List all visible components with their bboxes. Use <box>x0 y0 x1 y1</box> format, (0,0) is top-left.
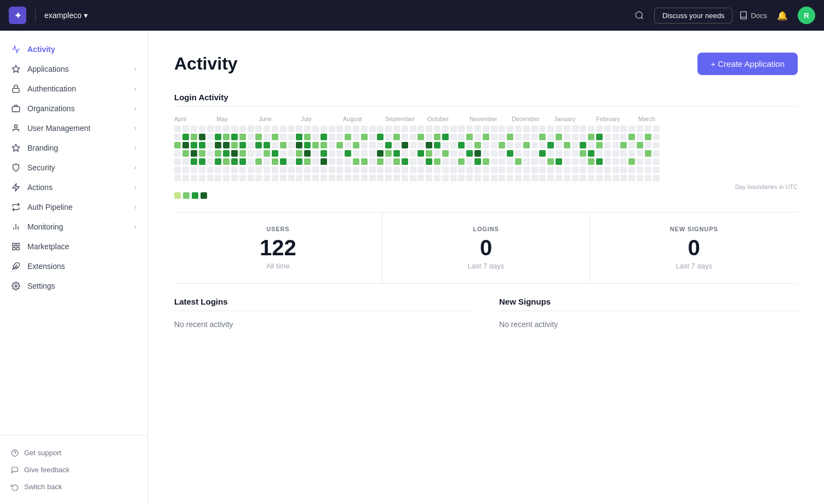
svg-point-0 <box>636 12 642 19</box>
svg-point-4 <box>14 125 17 128</box>
heatmap-container: AprilMayJuneJulyAugustSeptemberOctoberNo… <box>174 116 798 199</box>
svg-marker-1 <box>12 65 19 72</box>
svg-marker-5 <box>13 184 19 191</box>
sidebar-item-extensions[interactable]: Extensions <box>0 256 147 276</box>
discuss-label: Discuss your needs <box>662 12 724 20</box>
sidebar-label-monitoring: Monitoring <box>27 222 128 231</box>
avatar-letter: R <box>804 12 809 20</box>
branding-icon <box>11 143 21 153</box>
settings-icon <box>11 281 21 291</box>
logo[interactable]: ✦ <box>9 7 26 24</box>
org-chevron: ▾ <box>84 11 88 20</box>
sidebar-nav: Activity Applications › Au <box>0 31 147 435</box>
users-label: USERS <box>183 226 373 232</box>
support-icon <box>11 449 19 457</box>
login-activity-title: Login Activity <box>174 93 798 107</box>
notifications-button[interactable]: 🔔 <box>774 7 791 24</box>
sidebar-item-monitoring[interactable]: Monitoring › <box>0 217 147 237</box>
legend-cell-3 <box>192 192 198 199</box>
user-management-icon <box>11 123 21 133</box>
auth-pipeline-icon <box>11 202 21 212</box>
app-layout: Activity Applications › Au <box>0 31 824 504</box>
sidebar-label-extensions: Extensions <box>27 262 136 271</box>
activity-icon <box>11 44 21 54</box>
heatmap-grid: AprilMayJuneJulyAugustSeptemberOctoberNo… <box>174 116 798 181</box>
get-support-label: Get support <box>24 449 61 457</box>
applications-chevron: › <box>134 65 136 73</box>
search-button[interactable] <box>631 7 648 24</box>
docs-button[interactable]: Docs <box>739 11 767 20</box>
sidebar-footer: Get support Give feedback Switch back <box>0 435 147 504</box>
org-name: exampleco <box>44 11 82 20</box>
sidebar-label-settings: Settings <box>27 282 136 290</box>
switch-back-item[interactable]: Switch back <box>0 478 147 495</box>
sidebar-label-auth-pipeline: Auth Pipeline <box>27 203 128 211</box>
extensions-icon <box>11 261 21 271</box>
sidebar: Activity Applications › Au <box>0 31 148 504</box>
logins-label: LOGINS <box>391 226 581 232</box>
svg-rect-9 <box>13 243 15 246</box>
sidebar-item-security[interactable]: Security › <box>0 158 147 177</box>
discuss-button[interactable]: Discuss your needs <box>654 8 733 24</box>
actions-chevron: › <box>134 184 136 191</box>
user-avatar[interactable]: R <box>798 7 815 24</box>
switch-icon <box>11 483 19 491</box>
get-support-item[interactable]: Get support <box>0 444 147 461</box>
create-application-button[interactable]: + Create Application <box>697 53 798 75</box>
new-signups-title: New Signups <box>499 297 798 311</box>
stats-row: USERS 122 All time LOGINS 0 Last 7 days … <box>174 212 798 284</box>
docs-label: Docs <box>751 12 767 20</box>
sidebar-item-organizations[interactable]: Organizations › <box>0 99 147 118</box>
sidebar-item-activity[interactable]: Activity <box>0 39 147 59</box>
sidebar-item-branding[interactable]: Branding › <box>0 138 147 158</box>
login-activity-section: Login Activity AprilMayJuneJulyAugustSep… <box>174 93 798 199</box>
legend-cell-4 <box>201 192 207 199</box>
svg-rect-12 <box>13 247 15 250</box>
give-feedback-item[interactable]: Give feedback <box>0 461 147 478</box>
stat-logins: LOGINS 0 Last 7 days <box>382 213 591 283</box>
sidebar-label-authentication: Authentication <box>27 84 128 93</box>
svg-rect-3 <box>12 107 19 112</box>
authentication-icon <box>11 84 21 94</box>
monitoring-icon <box>11 222 21 232</box>
create-button-label: + Create Application <box>711 59 785 68</box>
new-signups-section: New Signups No recent activity <box>499 297 798 329</box>
sidebar-item-actions[interactable]: Actions › <box>0 177 147 197</box>
page-header: Activity + Create Application <box>174 53 798 75</box>
security-chevron: › <box>134 164 136 171</box>
sidebar-item-settings[interactable]: Settings <box>0 276 147 296</box>
sidebar-item-authentication[interactable]: Authentication › <box>0 79 147 99</box>
users-sub: All time <box>183 262 373 270</box>
give-feedback-label: Give feedback <box>24 466 70 474</box>
logins-value: 0 <box>391 237 581 259</box>
legend-cell-1 <box>174 192 181 199</box>
svg-point-15 <box>15 285 17 287</box>
legend-cell-2 <box>183 192 190 199</box>
feedback-icon <box>11 466 19 474</box>
main-content: Activity + Create Application Login Acti… <box>148 31 824 504</box>
topnav: ✦ exampleco ▾ Discuss your needs Docs 🔔 … <box>0 0 824 31</box>
latest-logins-empty: No recent activity <box>174 320 473 329</box>
user-management-chevron: › <box>134 124 136 132</box>
sidebar-item-marketplace[interactable]: Marketplace <box>0 237 147 256</box>
switch-back-label: Switch back <box>24 483 62 491</box>
org-switcher[interactable]: exampleco ▾ <box>44 11 88 20</box>
signups-label: NEW SIGNUPS <box>599 226 789 232</box>
users-value: 122 <box>183 237 373 259</box>
sidebar-label-applications: Applications <box>27 65 128 73</box>
page-title: Activity <box>174 54 238 74</box>
svg-rect-11 <box>16 247 19 250</box>
signups-value: 0 <box>599 237 789 259</box>
svg-rect-2 <box>13 88 19 92</box>
authentication-chevron: › <box>134 85 136 93</box>
logins-sub: Last 7 days <box>391 262 581 270</box>
sidebar-item-applications[interactable]: Applications › <box>0 59 147 79</box>
actions-icon <box>11 182 21 192</box>
signups-sub: Last 7 days <box>599 262 789 270</box>
organizations-chevron: › <box>134 105 136 112</box>
sidebar-item-auth-pipeline[interactable]: Auth Pipeline › <box>0 197 147 217</box>
sidebar-item-user-management[interactable]: User Management › <box>0 118 147 138</box>
svg-rect-10 <box>16 243 19 246</box>
timezone-note: Day boundaries in UTC <box>174 184 798 190</box>
sidebar-label-branding: Branding <box>27 144 128 152</box>
